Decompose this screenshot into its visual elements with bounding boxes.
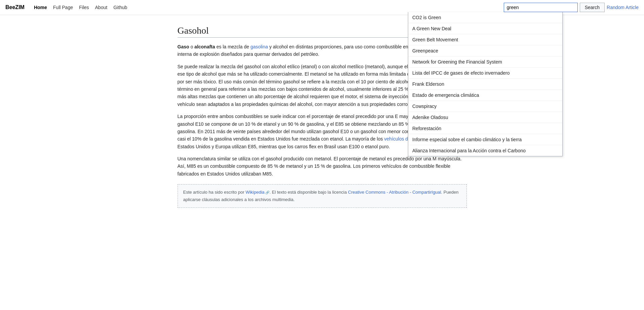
brand[interactable]: BeeZIM [5, 4, 25, 10]
nav-files[interactable]: Files [79, 5, 89, 10]
autocomplete-item[interactable]: Alianza Internacional para la Acción con… [408, 145, 562, 156]
autocomplete-item[interactable]: Cowspiracy [408, 101, 562, 112]
nav-about[interactable]: About [95, 5, 108, 10]
article-footer: Este artículo ha sido escrito por Wikipe… [178, 184, 467, 208]
article-paragraph: Una nomenclatura similar se utiliza con … [178, 155, 467, 178]
autocomplete-item[interactable]: Adenike Oladosu [408, 112, 562, 123]
autocomplete-item[interactable]: Greenpeace [408, 45, 562, 56]
autocomplete-item[interactable]: Network for Greening the Financial Syste… [408, 56, 562, 68]
search-button[interactable]: Search [580, 3, 605, 12]
autocomplete-item[interactable]: Lista del IPCC de gases de efecto invern… [408, 68, 562, 79]
autocomplete-item[interactable]: Reforestación [408, 123, 562, 134]
autocomplete-item[interactable]: A Green New Deal [408, 23, 562, 34]
wikipedia-link[interactable]: Wikipedia [245, 190, 269, 195]
autocomplete-item[interactable]: Frank Elderson [408, 79, 562, 90]
license-link[interactable]: Creative Commons - Atribución - Comparti… [348, 190, 441, 195]
autocomplete-dropdown: CO2 is GreenA Green New DealGreen Belt M… [408, 12, 563, 156]
navbar: BeeZIM Home Full Page Files About Github… [0, 0, 644, 15]
autocomplete-item[interactable]: Green Belt Movement [408, 34, 562, 45]
random-article-link[interactable]: Random Article [607, 5, 639, 10]
nav-github[interactable]: Github [113, 5, 127, 10]
autocomplete-item[interactable]: Estado de emergencia climática [408, 90, 562, 101]
nav-home[interactable]: Home [34, 5, 47, 10]
search-input[interactable] [504, 3, 578, 12]
autocomplete-item[interactable]: CO2 is Green [408, 12, 562, 23]
nav-fullpage[interactable]: Full Page [53, 5, 73, 10]
search-area: Search Random Article CO2 is GreenA Gree… [504, 3, 639, 12]
nav-links: Home Full Page Files About Github [34, 5, 127, 10]
autocomplete-item[interactable]: Informe especial sobre el cambio climáti… [408, 134, 562, 145]
